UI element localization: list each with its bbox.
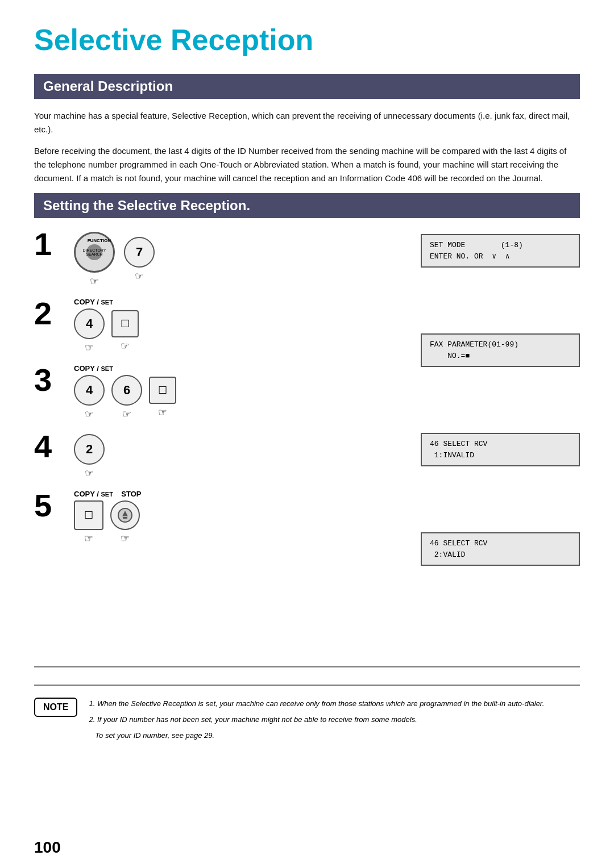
step-5-copyset-wrapper: ☐ ☞ (74, 500, 103, 545)
step-1-7-wrapper: 7 ☞ (124, 237, 155, 282)
page-number: 100 (34, 838, 61, 857)
btn-5-copyset: ☐ (74, 500, 103, 530)
step-1-hand2: ☞ (135, 270, 144, 282)
step-3-number: 3 (34, 364, 74, 396)
step-3-6-wrapper: 6 ☞ (111, 375, 142, 420)
general-description-header: General Description (34, 74, 580, 99)
btn-5-stop (110, 500, 140, 530)
step-5-row: 5 COPY / SET STOP ☐ ☞ (34, 490, 409, 545)
note-item-3: To set your ID number, see page 29. (89, 729, 544, 742)
display-box-2: FAX PARAMETER(01-99) NO.=■ (421, 333, 580, 367)
step-1-row: 1 DIRECTORYSEARCH FUNCTION ☞ (34, 228, 409, 287)
step-5-copy-label: COPY / SET STOP (74, 490, 141, 498)
general-para2: Before receiving the document, the last … (34, 144, 580, 185)
note-content: 1. When the Selective Reception is set, … (89, 698, 544, 745)
display-box-4: 46 SELECT RCV 2:VALID (421, 532, 580, 566)
btn-3-copyset: ☐ (149, 377, 176, 404)
display-box-3: 46 SELECT RCV 1:INVALID (421, 433, 580, 466)
step-5-hand2: ☞ (121, 532, 130, 545)
step-4-row: 4 2 ☞ (34, 431, 409, 479)
steps-left: 1 DIRECTORYSEARCH FUNCTION ☞ (34, 228, 409, 632)
step-2-4-wrapper: 4 ☞ (74, 308, 105, 354)
btn-2-copyset: ☐ (111, 310, 139, 337)
step-2-copyset-wrapper: ☐ ☞ (111, 310, 139, 352)
note-label: NOTE (34, 698, 77, 717)
display-box-4-wrapper: 46 SELECT RCV 2:VALID (421, 532, 580, 600)
step-1-dial-wrapper: DIRECTORYSEARCH FUNCTION ☞ (74, 232, 115, 287)
step-2-hand2: ☞ (121, 340, 130, 352)
step-4-hand1: ☞ (85, 467, 94, 479)
display-box-3-wrapper: 46 SELECT RCV 1:INVALID (421, 433, 580, 500)
step-2-number: 2 (34, 298, 74, 329)
step-3-row: 3 COPY / SET 4 ☞ 6 ☞ ☐ (34, 364, 409, 420)
step-2-hand1: ☞ (85, 341, 94, 354)
step-3-content: COPY / SET 4 ☞ 6 ☞ ☐ ☞ (74, 364, 409, 420)
step-3-buttons: 4 ☞ 6 ☞ ☐ ☞ (74, 375, 176, 420)
step-3-copy-label: COPY / SET (74, 364, 176, 373)
note-item-1: 1. When the Selective Reception is set, … (89, 698, 544, 710)
btn-3-6: 6 (111, 375, 142, 406)
page-title: Selective Reception (34, 23, 580, 57)
svg-rect-2 (123, 517, 127, 519)
step-4-buttons: 2 ☞ (74, 434, 105, 479)
display-box-3-text: 46 SELECT RCV 1:INVALID (430, 439, 571, 461)
btn-7: 7 (124, 237, 155, 268)
step-4-2-wrapper: 2 ☞ (74, 434, 105, 479)
step-5-buttons: ☐ ☞ ☞ (74, 500, 141, 545)
step-2-content: COPY / SET 4 ☞ ☐ ☞ (74, 298, 409, 354)
display-box-1-text: SET MODE (1-8) ENTER NO. OR ∨ ∧ (430, 240, 571, 262)
note-section: NOTE 1. When the Selective Reception is … (34, 685, 580, 745)
display-box-1-wrapper: SET MODE (1-8) ENTER NO. OR ∨ ∧ (421, 234, 580, 302)
step-2-row: 2 COPY / SET 4 ☞ ☐ ☞ (34, 298, 409, 354)
step-2-copy-label: COPY / SET (74, 298, 139, 306)
display-box-2-text: FAX PARAMETER(01-99) NO.=■ (430, 339, 571, 361)
step-5-content: COPY / SET STOP ☐ ☞ (74, 490, 409, 545)
display-box-4-text: 46 SELECT RCV 2:VALID (430, 538, 571, 560)
display-box-2-wrapper: FAX PARAMETER(01-99) NO.=■ (421, 333, 580, 401)
step-3-hand3: ☞ (158, 406, 167, 419)
step-4-content: 2 ☞ (74, 431, 409, 479)
step-3-hand2: ☞ (122, 408, 131, 420)
dial-icon: DIRECTORYSEARCH FUNCTION (74, 232, 115, 273)
section-divider (34, 666, 580, 667)
step-3-copyset-wrapper: ☐ ☞ (149, 377, 176, 419)
setting-header: Setting the Selective Reception. (34, 193, 580, 218)
step-3-hand1: ☞ (85, 408, 94, 420)
step-2-buttons: 4 ☞ ☐ ☞ (74, 308, 139, 354)
btn-2-4: 4 (74, 308, 105, 339)
note-item-2: 2. If your ID number has not been set, y… (89, 713, 544, 726)
btn-3-4: 4 (74, 375, 105, 406)
step-1-hand1: ☞ (90, 275, 99, 287)
step-5-number: 5 (34, 490, 74, 521)
step-5-stop-wrapper: ☞ (110, 500, 140, 545)
btn-4-2: 2 (74, 434, 105, 465)
step-1-buttons: DIRECTORYSEARCH FUNCTION ☞ 7 ☞ (74, 232, 155, 287)
steps-section: 1 DIRECTORYSEARCH FUNCTION ☞ (34, 228, 580, 632)
step-5-hand1: ☞ (84, 532, 93, 545)
step-3-4-wrapper: 4 ☞ (74, 375, 105, 420)
step-1-content: DIRECTORYSEARCH FUNCTION ☞ 7 ☞ (74, 228, 409, 287)
general-para1: Your machine has a special feature, Sele… (34, 109, 580, 136)
step-1-number: 1 (34, 228, 74, 260)
step-4-number: 4 (34, 431, 74, 462)
display-box-1: SET MODE (1-8) ENTER NO. OR ∨ ∧ (421, 234, 580, 268)
steps-right: SET MODE (1-8) ENTER NO. OR ∨ ∧ FAX PARA… (421, 228, 580, 632)
